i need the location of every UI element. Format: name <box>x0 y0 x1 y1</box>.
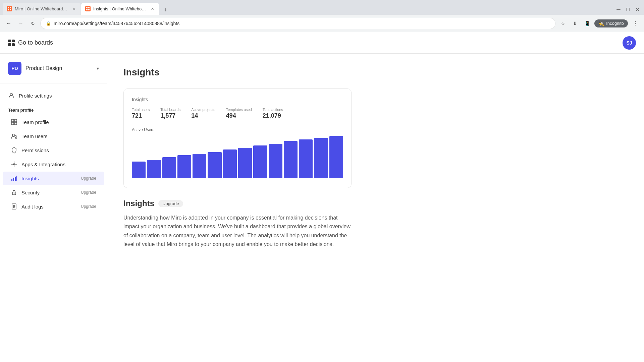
lock-icon: 🔒 <box>46 21 51 26</box>
bar-10 <box>269 144 282 178</box>
insights-label: Insights <box>21 176 39 181</box>
insights-upgrade-badge: Upgrade <box>81 176 96 181</box>
svg-rect-11 <box>11 122 14 125</box>
minimize-button[interactable]: ─ <box>614 5 623 13</box>
bar-8 <box>238 148 252 178</box>
security-label: Security <box>21 190 40 195</box>
bar-3 <box>162 157 176 178</box>
tab-2[interactable]: Insights | Online Whiteboard for... ✕ <box>81 3 159 15</box>
bar-5 <box>193 154 206 178</box>
user-initials: SJ <box>626 40 632 46</box>
address-bar[interactable]: 🔒 miro.com/app/settings/team/34587645624… <box>40 18 555 29</box>
audit-logs-icon <box>11 203 17 210</box>
download-button[interactable]: ⬇ <box>570 19 580 28</box>
svg-rect-18 <box>16 176 17 181</box>
tab-2-favicon <box>85 6 91 11</box>
bar-4 <box>177 155 191 178</box>
svg-rect-7 <box>88 9 90 10</box>
apps-integrations-label: Apps & Integrations <box>21 162 65 167</box>
team-selector[interactable]: PD Product Design ▾ <box>0 62 107 83</box>
svg-point-13 <box>12 134 14 136</box>
stat-value-projects: 14 <box>191 112 215 119</box>
close-button[interactable]: ✕ <box>633 5 641 13</box>
new-tab-button[interactable]: + <box>161 5 170 15</box>
stats-row: Total users 721 Total boards 1,577 Activ… <box>132 108 343 119</box>
bar-14 <box>329 136 343 178</box>
svg-rect-17 <box>15 177 16 181</box>
bar-11 <box>284 141 298 178</box>
insights-description: Understanding how Miro is adopted in you… <box>123 214 352 249</box>
sidebar-item-permissions[interactable]: Permissions <box>3 143 104 157</box>
window-controls: ─ □ ✕ <box>614 5 644 15</box>
svg-rect-15 <box>11 179 12 181</box>
main-content: Insights Insights Total users 721 Total … <box>107 54 644 362</box>
svg-rect-16 <box>13 178 14 181</box>
tab-2-label: Insights | Online Whiteboard for... <box>93 6 147 11</box>
svg-rect-1 <box>10 7 11 8</box>
bookmark-button[interactable]: ☆ <box>558 19 568 28</box>
team-users-label: Team users <box>21 133 48 139</box>
tab-1[interactable]: Miro | Online Whiteboard for Vis... ✕ <box>3 3 80 15</box>
sidebar: PD Product Design ▾ Profile settings Tea… <box>0 54 107 362</box>
apps-integrations-icon <box>11 161 17 168</box>
menu-button[interactable]: ⋮ <box>631 19 640 28</box>
bar-12 <box>299 139 313 178</box>
tab-1-label: Miro | Online Whiteboard for Vis... <box>15 6 68 11</box>
tab-1-close[interactable]: ✕ <box>71 6 76 11</box>
stat-label-templates: Templates used <box>226 108 252 112</box>
go-to-boards-button[interactable]: Go to boards <box>8 39 53 46</box>
bar-2 <box>147 160 161 178</box>
user-avatar[interactable]: SJ <box>623 36 636 50</box>
tab-2-close[interactable]: ✕ <box>150 6 155 11</box>
sidebar-item-team-users[interactable]: Team users <box>3 129 104 143</box>
team-logo: PD <box>8 62 21 75</box>
sidebar-item-team-profile[interactable]: Team profile <box>3 115 104 129</box>
stat-value-users: 721 <box>132 112 150 119</box>
sidebar-item-security[interactable]: Security Upgrade <box>3 186 104 199</box>
audit-logs-label: Audit logs <box>21 204 44 209</box>
stat-item-boards: Total boards 1,577 <box>160 108 180 119</box>
tablet-button[interactable]: 📱 <box>582 19 592 28</box>
svg-rect-6 <box>86 9 88 10</box>
maximize-button[interactable]: □ <box>624 5 632 13</box>
browser-chrome: Miro | Online Whiteboard for Vis... ✕ In… <box>0 0 644 32</box>
tab-1-favicon <box>7 6 12 11</box>
back-button[interactable]: ← <box>4 19 13 28</box>
tab-bar: Miro | Online Whiteboard for Vis... ✕ In… <box>0 0 644 15</box>
page-title: Insights <box>123 67 628 78</box>
insights-title: Insights <box>123 199 154 208</box>
stat-label-projects: Active projects <box>191 108 215 112</box>
sidebar-item-apps-integrations[interactable]: Apps & Integrations <box>3 158 104 171</box>
svg-rect-12 <box>14 122 17 125</box>
section-label: Team profile <box>0 105 107 114</box>
svg-rect-9 <box>11 119 14 122</box>
grid-icon <box>8 40 15 46</box>
app-header: Go to boards SJ <box>0 32 644 54</box>
profile-settings-item[interactable]: Profile settings <box>0 89 107 102</box>
svg-rect-4 <box>86 7 88 8</box>
nav-bar: ← → ↻ 🔒 miro.com/app/settings/team/34587… <box>0 15 644 32</box>
team-initials: PD <box>11 66 18 71</box>
forward-button[interactable]: → <box>16 19 25 28</box>
bar-9 <box>253 145 267 178</box>
bar-1 <box>132 162 146 178</box>
sidebar-item-audit-logs[interactable]: Audit logs Upgrade <box>3 200 104 213</box>
stat-label-actions: Total actions <box>263 108 283 112</box>
stat-value-templates: 494 <box>226 112 252 119</box>
svg-rect-0 <box>8 7 9 8</box>
incognito-button[interactable]: 🕵 Incognito <box>594 19 628 27</box>
profile-settings-label: Profile settings <box>19 93 52 99</box>
reload-button[interactable]: ↻ <box>28 19 38 28</box>
incognito-label: Incognito <box>606 21 624 26</box>
permissions-label: Permissions <box>21 147 49 153</box>
security-upgrade-badge: Upgrade <box>81 190 96 195</box>
audit-logs-upgrade-badge: Upgrade <box>81 204 96 209</box>
sidebar-item-insights[interactable]: Insights Upgrade <box>3 172 104 185</box>
incognito-icon: 🕵 <box>598 21 604 26</box>
svg-rect-10 <box>14 119 17 122</box>
svg-rect-5 <box>88 7 90 8</box>
insights-heading: Insights Upgrade <box>123 199 628 208</box>
bar-6 <box>208 152 221 178</box>
stat-label-boards: Total boards <box>160 108 180 112</box>
upgrade-pill[interactable]: Upgrade <box>158 200 183 207</box>
